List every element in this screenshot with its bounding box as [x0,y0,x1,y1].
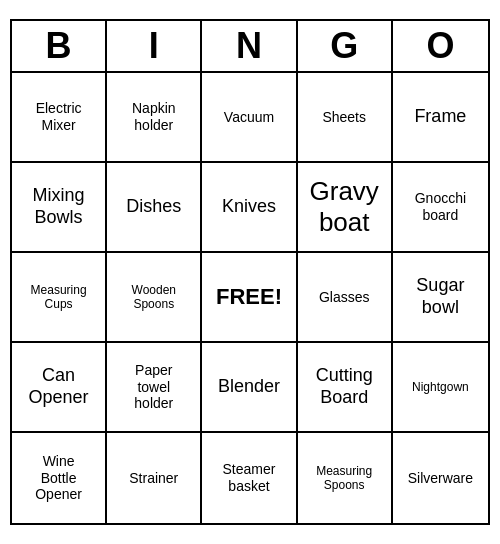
bingo-grid: Electric MixerNapkin holderVacuumSheetsF… [12,73,488,523]
cell-text: Measuring Spoons [316,464,372,493]
bingo-cell: Vacuum [202,73,297,163]
cell-text: Nightgown [412,380,469,394]
cell-text: Gnocchi board [415,190,466,224]
bingo-header: BINGO [12,21,488,73]
cell-text: Sheets [322,109,366,126]
bingo-cell: Can Opener [12,343,107,433]
bingo-cell: Sheets [298,73,393,163]
cell-text: Frame [414,106,466,128]
bingo-cell: Gnocchi board [393,163,488,253]
bingo-cell: Silverware [393,433,488,523]
cell-text: Vacuum [224,109,274,126]
cell-text: Mixing Bowls [33,185,85,228]
bingo-cell: Knives [202,163,297,253]
header-letter: N [202,21,297,71]
cell-text: Electric Mixer [36,100,82,134]
cell-text: Strainer [129,470,178,487]
cell-text: Cutting Board [316,365,373,408]
bingo-cell: Steamer basket [202,433,297,523]
cell-text: Paper towel holder [134,362,173,412]
cell-text: Sugar bowl [416,275,464,318]
cell-text: Napkin holder [132,100,176,134]
header-letter: O [393,21,488,71]
header-letter: G [298,21,393,71]
bingo-cell: Napkin holder [107,73,202,163]
header-letter: I [107,21,202,71]
bingo-cell: Glasses [298,253,393,343]
bingo-cell: Sugar bowl [393,253,488,343]
bingo-cell: Measuring Spoons [298,433,393,523]
bingo-cell: FREE! [202,253,297,343]
cell-text: Measuring Cups [31,283,87,312]
cell-text: Silverware [408,470,473,487]
bingo-cell: Wine Bottle Opener [12,433,107,523]
cell-text: Wooden Spoons [132,283,176,312]
bingo-cell: Cutting Board [298,343,393,433]
bingo-cell: Nightgown [393,343,488,433]
bingo-cell: Dishes [107,163,202,253]
header-letter: B [12,21,107,71]
bingo-cell: Strainer [107,433,202,523]
bingo-cell: Mixing Bowls [12,163,107,253]
cell-text: Can Opener [29,365,89,408]
bingo-cell: Electric Mixer [12,73,107,163]
cell-text: Steamer basket [223,461,276,495]
bingo-card: BINGO Electric MixerNapkin holderVacuumS… [10,19,490,525]
bingo-cell: Wooden Spoons [107,253,202,343]
cell-text: FREE! [216,284,282,310]
cell-text: Gravy boat [310,176,379,238]
cell-text: Blender [218,376,280,398]
bingo-cell: Gravy boat [298,163,393,253]
bingo-cell: Paper towel holder [107,343,202,433]
bingo-cell: Blender [202,343,297,433]
bingo-cell: Measuring Cups [12,253,107,343]
bingo-cell: Frame [393,73,488,163]
cell-text: Knives [222,196,276,218]
cell-text: Dishes [126,196,181,218]
cell-text: Wine Bottle Opener [35,453,82,503]
cell-text: Glasses [319,289,370,306]
